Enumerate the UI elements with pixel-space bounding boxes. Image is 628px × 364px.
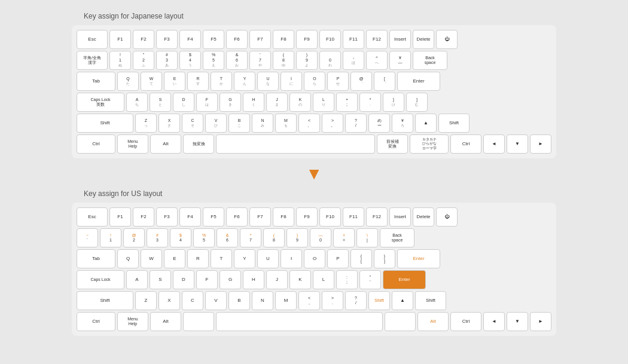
us-key-f7[interactable]: F7 <box>249 207 271 227</box>
us-key-arrow-down[interactable]: ▼ <box>507 312 528 331</box>
key-slash[interactable]: ?/ <box>345 114 367 133</box>
us-key-k[interactable]: K <box>289 270 311 289</box>
key-shift-left[interactable]: Shift <box>77 114 133 133</box>
key-arrow-left-jp[interactable]: ◄ <box>483 134 505 154</box>
key-delete[interactable]: Delete <box>413 30 434 49</box>
key-enter-jp[interactable]: Enter <box>397 72 440 91</box>
key-esc[interactable]: Esc <box>77 30 108 49</box>
us-key-7[interactable]: *7 <box>240 228 261 247</box>
key-w[interactable]: Wて <box>141 72 162 91</box>
us-key-f12[interactable]: F12 <box>366 207 388 227</box>
key-at[interactable]: @゛ <box>350 72 372 91</box>
us-key-brace-close[interactable]: }] <box>374 249 395 268</box>
us-key-n[interactable]: N <box>252 291 273 310</box>
key-1[interactable]: !1ぬ <box>109 51 131 70</box>
key-ctrl-right-jp[interactable]: Ctrl <box>450 134 481 154</box>
us-key-4[interactable]: $4 <box>170 228 191 247</box>
us-key-period[interactable]: >. <box>322 291 343 310</box>
key-7[interactable]: '7や <box>249 51 271 70</box>
key-z[interactable]: Zっ <box>135 114 157 133</box>
us-key-g[interactable]: G <box>220 270 241 289</box>
key-3[interactable]: #3あ <box>156 51 178 70</box>
us-key-v[interactable]: V <box>205 291 227 310</box>
us-key-p[interactable]: P <box>327 249 349 268</box>
key-katakana[interactable]: カタカナひらがなローマ字 <box>410 134 449 154</box>
us-key-alt-left[interactable]: Alt <box>150 312 181 331</box>
key-r[interactable]: Rす <box>187 72 209 91</box>
key-f6[interactable]: F6 <box>226 30 248 49</box>
key-caret[interactable]: ^へ <box>366 51 388 70</box>
key-bracket-close[interactable]: ]む <box>406 93 428 112</box>
us-key-2[interactable]: @2 <box>123 228 145 247</box>
us-key-delete[interactable]: Delete <box>413 207 434 227</box>
us-key-shift-left[interactable]: Shift <box>77 291 133 310</box>
key-4[interactable]: $4う <box>179 51 201 70</box>
us-key-backspace[interactable]: Backspace <box>380 228 414 247</box>
key-s[interactable]: Sと <box>150 93 171 112</box>
key-f7[interactable]: F7 <box>249 30 271 49</box>
key-j[interactable]: Jま <box>266 93 288 112</box>
key-plus[interactable]: +; <box>336 93 358 112</box>
us-key-alt-right[interactable]: Alt <box>417 312 449 331</box>
us-key-esc[interactable]: Esc <box>77 207 108 227</box>
us-key-f6[interactable]: F6 <box>226 207 248 227</box>
us-key-insert[interactable]: Insert <box>389 207 411 227</box>
us-key-o[interactable]: O <box>304 249 325 268</box>
key-menu-help[interactable]: MenuHelp <box>117 134 148 154</box>
key-8[interactable]: (8ゆ <box>273 51 294 70</box>
us-key-f2[interactable]: F2 <box>133 207 154 227</box>
key-p[interactable]: Pせ <box>327 72 349 91</box>
us-key-f8[interactable]: F8 <box>273 207 294 227</box>
key-q[interactable]: Qた <box>117 72 139 91</box>
key-y[interactable]: Yん <box>234 72 255 91</box>
us-key-arrow-right[interactable]: ► <box>530 312 551 331</box>
key-f5[interactable]: F5 <box>203 30 224 49</box>
key-t[interactable]: Tか <box>211 72 232 91</box>
us-key-x[interactable]: X <box>158 291 180 310</box>
key-n[interactable]: Nみ <box>252 114 273 133</box>
us-key-l[interactable]: L <box>313 270 334 289</box>
key-f11[interactable]: F11 <box>343 30 364 49</box>
key-l[interactable]: Lり <box>313 93 334 112</box>
key-m[interactable]: Mも <box>275 114 297 133</box>
key-e[interactable]: Eい <box>164 72 185 91</box>
us-key-s[interactable]: S <box>150 270 171 289</box>
key-me[interactable]: めー <box>368 114 390 133</box>
us-key-u[interactable]: U <box>257 249 279 268</box>
key-5[interactable]: %5え <box>203 51 224 70</box>
key-6[interactable]: &6お <box>226 51 248 70</box>
us-key-f10[interactable]: F10 <box>319 207 341 227</box>
key-o[interactable]: Oら <box>304 72 325 91</box>
key-f9[interactable]: F9 <box>296 30 318 49</box>
key-period[interactable]: >。 <box>322 114 343 133</box>
key-backspace[interactable]: Backspace <box>413 51 447 70</box>
key-c[interactable]: Cそ <box>182 114 203 133</box>
us-key-brace-open[interactable]: {[ <box>350 249 372 268</box>
us-key-c[interactable]: C <box>182 291 203 310</box>
us-key-slash[interactable]: ?/ <box>345 291 367 310</box>
key-i[interactable]: Iに <box>281 72 302 91</box>
us-key-tab[interactable]: Tab <box>77 249 115 268</box>
us-key-tilde[interactable]: ~` <box>77 228 98 247</box>
us-key-6[interactable]: &6 <box>217 228 238 247</box>
us-key-f5[interactable]: F5 <box>203 207 224 227</box>
key-h[interactable]: Hく <box>243 93 264 112</box>
key-minus[interactable]: -ほ <box>343 51 364 70</box>
us-key-f[interactable]: F <box>196 270 218 289</box>
us-key-quote[interactable]: "' <box>359 270 381 289</box>
us-key-power[interactable]: ⏻ <box>436 207 458 227</box>
us-key-f4[interactable]: F4 <box>179 207 201 227</box>
us-key-t[interactable]: T <box>211 249 232 268</box>
key-yen[interactable]: ¥— <box>389 51 411 70</box>
key-f3[interactable]: F3 <box>156 30 178 49</box>
us-key-menu[interactable]: MenuHelp <box>117 312 148 331</box>
us-key-a[interactable]: A <box>126 270 148 289</box>
key-shift-right[interactable]: Shift <box>438 114 470 133</box>
key-f2[interactable]: F2 <box>133 30 154 49</box>
us-key-1[interactable]: !1 <box>100 228 121 247</box>
key-arrow-up-jp[interactable]: ▲ <box>415 114 437 133</box>
key-backslash[interactable]: ¥ろ <box>392 114 413 133</box>
us-key-m[interactable]: M <box>275 291 297 310</box>
key-v[interactable]: Vひ <box>205 114 227 133</box>
us-key-arrow-up[interactable]: ▲ <box>392 291 413 310</box>
